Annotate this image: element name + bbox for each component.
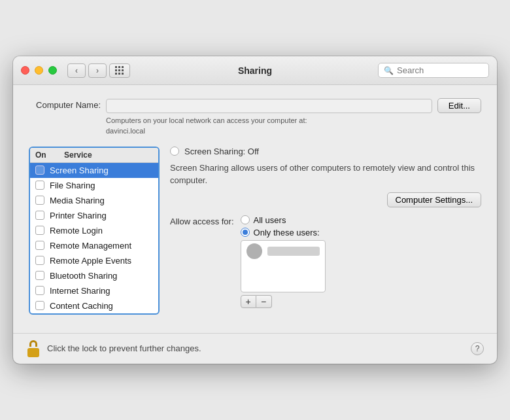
col-on-header: On [35,150,48,160]
computer-name-right: Edit... Computers on your local network … [106,98,481,136]
computer-name-input[interactable] [106,99,432,113]
service-checkbox-printer-sharing[interactable] [35,211,44,220]
access-row: Allow access for: All users Only these u… [170,215,481,308]
service-list-header: On Service [30,148,158,163]
service-checkbox-remote-management[interactable] [35,241,44,250]
service-list: Screen Sharing File Sharing Media Sharin… [30,163,158,313]
right-panel-inner: Screen Sharing: Off Screen Sharing allow… [170,147,481,308]
add-remove-row: + − [241,295,326,308]
users-list-box [241,240,326,292]
service-label-content-caching: Content Caching [50,301,113,311]
service-checkbox-screen-sharing[interactable] [35,166,44,175]
content-area: Computer Name: Edit... Computers on your… [13,85,497,328]
service-label-screen-sharing: Screen Sharing [50,166,109,175]
right-panel: Screen Sharing: Off Screen Sharing allow… [170,147,481,315]
service-checkbox-internet-sharing[interactable] [35,286,44,295]
traffic-lights [21,66,57,75]
service-label-bluetooth-sharing: Bluetooth Sharing [50,271,117,281]
titlebar: ‹ › Sharing 🔍 [13,56,497,85]
service-label-printer-sharing: Printer Sharing [50,211,107,220]
service-checkbox-media-sharing[interactable] [35,196,44,205]
service-label-file-sharing: File Sharing [50,181,95,190]
radio-all-users-label: All users [254,215,286,225]
service-label-internet-sharing: Internet Sharing [50,286,110,296]
radio-options: All users Only these users: [241,215,326,308]
forward-button[interactable]: › [88,63,107,78]
status-text: Screen Sharing: Off [184,147,259,156]
minimize-button[interactable] [35,66,43,75]
radio-only-users-label: Only these users: [254,228,320,237]
status-row: Screen Sharing: Off [170,147,481,156]
service-list-container: On Service Screen Sharing File Sharing M… [29,147,160,315]
radio-only-users-circle[interactable] [241,228,250,237]
status-indicator [170,147,179,156]
grid-view-button[interactable] [109,63,130,78]
radio-all-users[interactable]: All users [241,215,326,225]
lock-text: Click the lock to prevent further change… [47,343,464,353]
main-section: On Service Screen Sharing File Sharing M… [29,147,481,315]
computer-name-input-row: Edit... [106,98,481,113]
add-user-button[interactable]: + [241,295,256,308]
search-input[interactable] [397,65,483,75]
service-label-remote-management: Remote Management [50,241,131,251]
service-item-remote-management[interactable]: Remote Management [30,238,158,253]
back-icon: ‹ [75,66,78,75]
computer-name-label: Computer Name: [29,98,101,113]
window-title: Sharing [238,65,272,76]
radio-only-these-users[interactable]: Only these users: [241,228,326,237]
users-area: + − [241,240,326,308]
radio-all-users-circle[interactable] [241,215,250,224]
nav-buttons: ‹ › [67,63,107,78]
user-name [267,247,320,256]
help-button[interactable]: ? [471,342,484,355]
service-item-remote-apple-events[interactable]: Remote Apple Events [30,253,158,268]
service-label-remote-apple-events: Remote Apple Events [50,256,131,266]
service-checkbox-content-caching[interactable] [35,301,44,310]
lock-shackle [29,340,37,347]
service-checkbox-file-sharing[interactable] [35,181,44,190]
close-button[interactable] [21,66,29,75]
back-button[interactable]: ‹ [67,63,86,78]
system-preferences-window: ‹ › Sharing 🔍 Computer Name: [13,56,497,364]
col-service-header: Service [64,150,92,160]
computer-name-row: Computer Name: Edit... Computers on your… [29,98,481,136]
service-item-internet-sharing[interactable]: Internet Sharing [30,283,158,298]
service-label-remote-login: Remote Login [50,226,103,236]
computer-name-subtitle: Computers on your local network can acce… [106,116,481,136]
forward-icon: › [96,66,99,75]
lock-body [27,348,39,357]
service-label-media-sharing: Media Sharing [50,196,105,205]
service-checkbox-remote-login[interactable] [35,226,44,235]
service-item-bluetooth-sharing[interactable]: Bluetooth Sharing [30,268,158,283]
service-item-file-sharing[interactable]: File Sharing [30,178,158,193]
bottom-bar: Click the lock to prevent further change… [13,333,497,364]
access-label: Allow access for: [170,215,234,228]
service-checkbox-bluetooth-sharing[interactable] [35,271,44,280]
user-avatar [246,243,262,259]
remove-user-button[interactable]: − [256,295,272,308]
search-icon: 🔍 [384,66,394,75]
service-item-remote-login[interactable]: Remote Login [30,223,158,238]
service-item-media-sharing[interactable]: Media Sharing [30,193,158,208]
computer-settings-button[interactable]: Computer Settings... [387,192,482,207]
grid-icon [115,66,124,75]
lock-icon[interactable] [26,340,41,357]
computer-settings-btn-row: Computer Settings... [170,192,481,207]
service-item-content-caching[interactable]: Content Caching [30,298,158,313]
service-item-printer-sharing[interactable]: Printer Sharing [30,208,158,223]
service-item-screen-sharing[interactable]: Screen Sharing [30,163,158,178]
edit-button[interactable]: Edit... [437,98,481,113]
user-list-item [241,241,325,262]
maximize-button[interactable] [48,66,57,75]
description-text: Screen Sharing allows users of other com… [170,162,481,187]
search-box[interactable]: 🔍 [378,63,489,78]
service-checkbox-remote-apple-events[interactable] [35,256,44,265]
